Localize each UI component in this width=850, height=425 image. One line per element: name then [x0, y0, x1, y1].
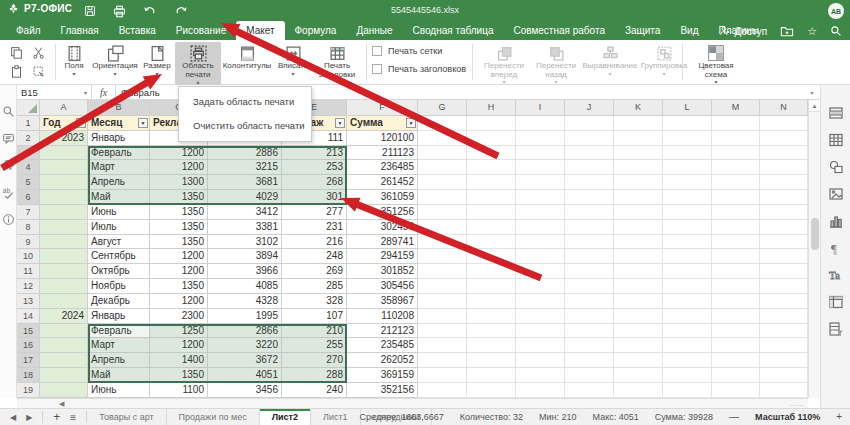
- cell-A3[interactable]: [40, 146, 88, 161]
- col-header-H[interactable]: H: [467, 100, 516, 116]
- cell-D6[interactable]: 4029: [208, 190, 282, 205]
- cell-B7[interactable]: Июнь: [88, 205, 150, 220]
- paragraph-settings-icon[interactable]: ¶: [828, 240, 844, 256]
- cell-D8[interactable]: 3381: [208, 220, 282, 235]
- cell-L14[interactable]: [663, 309, 712, 324]
- copy-button[interactable]: [5, 43, 27, 62]
- sheet-tab-Лист2[interactable]: Лист2: [260, 409, 311, 425]
- cell-K16[interactable]: [614, 338, 663, 353]
- cell-K17[interactable]: [614, 353, 663, 368]
- cell-C14[interactable]: 2300: [150, 309, 208, 324]
- cell-E11[interactable]: 269: [282, 264, 347, 279]
- cell-A18[interactable]: [40, 368, 88, 383]
- cell-A17[interactable]: [40, 353, 88, 368]
- cell-E18[interactable]: 288: [282, 368, 347, 383]
- cell-E15[interactable]: 210: [282, 324, 347, 339]
- row-header-12[interactable]: 12: [17, 279, 40, 294]
- row-header-18[interactable]: 18: [17, 368, 40, 383]
- cell-B19[interactable]: Июнь: [88, 383, 150, 398]
- cell-M3[interactable]: [712, 146, 760, 161]
- cell-J16[interactable]: [565, 338, 614, 353]
- vertical-scroll-thumb[interactable]: [811, 218, 819, 250]
- cell-E19[interactable]: 240: [282, 383, 347, 398]
- row-header-1[interactable]: 1: [17, 116, 40, 131]
- cell-E12[interactable]: 285: [282, 279, 347, 294]
- cell-C15[interactable]: 1250: [150, 324, 208, 339]
- add-sheet-button[interactable]: +: [53, 410, 60, 424]
- cell-N11[interactable]: [760, 264, 808, 279]
- cell-J9[interactable]: [565, 235, 614, 250]
- cell-B6[interactable]: Май: [88, 190, 150, 205]
- cell-H14[interactable]: [467, 309, 516, 324]
- col-header-L[interactable]: L: [663, 100, 712, 116]
- cell-D7[interactable]: 3412: [208, 205, 282, 220]
- cell-M1[interactable]: [712, 116, 760, 131]
- cell-L13[interactable]: [663, 294, 712, 309]
- cell-settings-icon[interactable]: [828, 105, 844, 121]
- cell-M9[interactable]: [712, 235, 760, 250]
- cell-F18[interactable]: 369159: [347, 368, 418, 383]
- col-header-F[interactable]: F: [347, 100, 418, 116]
- checkbox-icon[interactable]: [372, 64, 382, 74]
- redo-button[interactable]: [174, 5, 188, 17]
- cell-L7[interactable]: [663, 205, 712, 220]
- cell-K5[interactable]: [614, 175, 663, 190]
- row-header-4[interactable]: 4: [17, 160, 40, 175]
- cell-N18[interactable]: [760, 368, 808, 383]
- search-menu-icon[interactable]: [830, 25, 842, 37]
- menu-tab-Главная[interactable]: Главная: [51, 22, 109, 40]
- menu-tab-Макет[interactable]: Макет: [236, 21, 284, 40]
- cell-N8[interactable]: [760, 220, 808, 235]
- scroll-up-icon[interactable]: ▲: [809, 100, 820, 112]
- search-icon[interactable]: [2, 105, 15, 118]
- cell-D17[interactable]: 3672: [208, 353, 282, 368]
- cell-G13[interactable]: [418, 294, 467, 309]
- cell-N13[interactable]: [760, 294, 808, 309]
- cell-I6[interactable]: [516, 190, 565, 205]
- cut-button[interactable]: [27, 43, 49, 62]
- textart-settings-icon[interactable]: Ta: [828, 267, 844, 283]
- cell-K13[interactable]: [614, 294, 663, 309]
- cell-A5[interactable]: [40, 175, 88, 190]
- row-header-15[interactable]: 15: [17, 324, 40, 339]
- sheet-list-button[interactable]: ≡: [70, 412, 76, 423]
- favorite-star-icon[interactable]: ☆: [807, 26, 817, 37]
- row-header-6[interactable]: 6: [17, 190, 40, 205]
- cell-K4[interactable]: [614, 160, 663, 175]
- namebox-dropdown-icon[interactable]: ▾: [84, 89, 87, 96]
- cell-E7[interactable]: 277: [282, 205, 347, 220]
- cell-F6[interactable]: 361059: [347, 190, 418, 205]
- cell-I3[interactable]: [516, 146, 565, 161]
- cell-H5[interactable]: [467, 175, 516, 190]
- cell-G9[interactable]: [418, 235, 467, 250]
- cell-D3[interactable]: 2886: [208, 146, 282, 161]
- cell-G3[interactable]: [418, 146, 467, 161]
- row-header-9[interactable]: 9: [17, 235, 40, 250]
- cell-L3[interactable]: [663, 146, 712, 161]
- cell-K1[interactable]: [614, 116, 663, 131]
- cell-B16[interactable]: Март: [88, 338, 150, 353]
- cell-J5[interactable]: [565, 175, 614, 190]
- sheet-tab-Продажи-по-мес[interactable]: Продажи по мес: [167, 409, 260, 425]
- col-header-B[interactable]: B: [88, 100, 150, 116]
- toolbar-button-перенести-назад[interactable]: Перенести назад▾: [530, 42, 582, 85]
- cell-F15[interactable]: 212123: [347, 324, 418, 339]
- cell-H2[interactable]: [467, 131, 516, 146]
- col-header-A[interactable]: A: [40, 100, 88, 116]
- cell-N6[interactable]: [760, 190, 808, 205]
- cell-H19[interactable]: [467, 383, 516, 398]
- menu-tab-Совместная работа[interactable]: Совместная работа: [503, 22, 615, 40]
- row-header-11[interactable]: 11: [17, 264, 40, 279]
- toolbar-button-поля[interactable]: Поля▾: [57, 42, 91, 85]
- cell-N7[interactable]: [760, 205, 808, 220]
- cell-A9[interactable]: [40, 235, 88, 250]
- cell-A19[interactable]: [40, 383, 88, 398]
- cell-B15[interactable]: Февраль: [88, 324, 150, 339]
- cell-L12[interactable]: [663, 279, 712, 294]
- cell-N17[interactable]: [760, 353, 808, 368]
- cell-L2[interactable]: [663, 131, 712, 146]
- cell-K9[interactable]: [614, 235, 663, 250]
- cell-N1[interactable]: [760, 116, 808, 131]
- menu-tab-Файл[interactable]: Файл: [6, 22, 51, 40]
- cell-D4[interactable]: 3215: [208, 160, 282, 175]
